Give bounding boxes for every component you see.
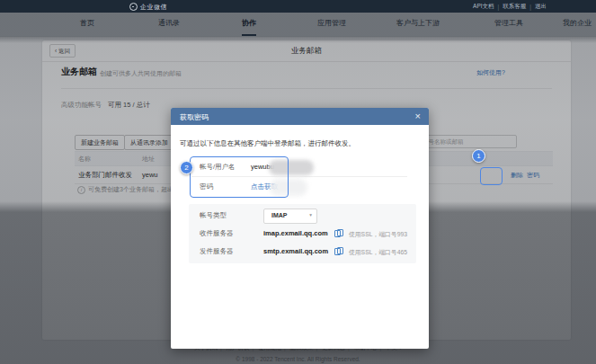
step-badge-2: 2 [180, 161, 193, 174]
highlight-box-credentials [190, 156, 289, 198]
search-input[interactable] [418, 135, 517, 148]
password-link[interactable]: 密码 [527, 171, 539, 180]
topbar-links: API文档 | 联系客服 | 退出 [473, 3, 547, 11]
info-icon: i [77, 186, 85, 194]
tip-text: 可免费创建3个业务邮箱，超出 [88, 185, 173, 194]
wework-logo-icon [129, 3, 138, 11]
mailbox-address-cell: yewu [142, 171, 158, 179]
panel-header: ‹ 返回 业务邮箱 [42, 40, 571, 62]
main-nav: 首页 通讯录 协作 应用管理 客户与上下游 管理工具 我的企业 [0, 13, 596, 37]
copy-icon[interactable] [334, 247, 342, 255]
quota-label: 高级功能帐号 [61, 101, 102, 110]
nav-item-customers[interactable]: 客户与上下游 [396, 13, 440, 34]
nav-item-home[interactable]: 首页 [80, 13, 94, 34]
column-header-name: 名称 [78, 155, 91, 164]
chevron-down-icon: ▾ [309, 212, 312, 218]
page-title: 业务邮箱 [42, 40, 571, 61]
screen: 企业微信 API文档 | 联系客服 | 退出 首页 通讯录 协作 应用管理 客户… [0, 0, 596, 364]
divider: | [498, 4, 500, 10]
how-to-use-link[interactable]: 如何使用? [476, 68, 505, 77]
close-icon[interactable]: × [415, 110, 421, 122]
quota-value: 可用 15 / 总计 [108, 101, 150, 110]
nav-item-company[interactable]: 我的企业 [563, 13, 592, 34]
nav-item-tools[interactable]: 管理工具 [494, 13, 523, 34]
divider: | [529, 4, 531, 10]
delete-link[interactable]: 删除 [511, 171, 523, 180]
brand-title: 企业微信 [140, 3, 167, 12]
incoming-ssl-note: 使用SSL，端口号993 [349, 230, 407, 239]
outgoing-ssl-note: 使用SSL，端口号465 [349, 248, 407, 257]
outgoing-server-label: 发件服务器 [200, 247, 234, 256]
column-header-address: 地址 [142, 155, 155, 164]
add-from-contacts-button[interactable]: 从通讯录添加 [124, 135, 174, 150]
topbar-link-logout[interactable]: 退出 [535, 3, 547, 11]
copyright: © 1998 - 2022 Tencent Inc. All Rights Re… [0, 356, 596, 362]
server-settings-box: 帐号类型 IMAP ▾ 收件服务器 imap.exmail.qq.com 使用S… [189, 204, 416, 263]
nav-item-contacts[interactable]: 通讯录 [158, 13, 180, 34]
nav-item-collaboration[interactable]: 协作 [242, 13, 256, 36]
outgoing-server-value: smtp.exmail.qq.com [263, 247, 328, 255]
step-badge-1: 1 [472, 149, 485, 163]
incoming-server-label: 收件服务器 [200, 229, 234, 238]
section-title: 业务邮箱 [61, 66, 97, 78]
topbar-link-api-docs[interactable]: API文档 [473, 3, 494, 11]
selected-type: IMAP [271, 212, 288, 218]
copy-icon[interactable] [334, 229, 342, 237]
mailbox-name-cell: 业务部门邮件收发 [78, 171, 132, 180]
account-type-label: 帐号类型 [200, 211, 227, 220]
free-quota-tip: i 可免费创建3个业务邮箱，超出 [77, 185, 173, 194]
divider [61, 88, 552, 89]
outgoing-server-row: 发件服务器 smtp.exmail.qq.com 使用SSL，端口号465 [189, 244, 416, 262]
dialog-description: 可通过以下信息在其他客户端中登录邮箱，进行邮件收发。 [180, 139, 355, 148]
incoming-server-row: 收件服务器 imap.exmail.qq.com 使用SSL，端口号993 [189, 226, 416, 244]
account-type-select[interactable]: IMAP ▾ [263, 209, 317, 224]
account-type-row: 帐号类型 IMAP ▾ [189, 204, 416, 226]
get-password-dialog: 获取密码 × 可通过以下信息在其他客户端中登录邮箱，进行邮件收发。 帐号/用户名… [171, 108, 429, 349]
dialog-title: 获取密码 [180, 112, 209, 122]
dialog-header: 获取密码 × [171, 108, 429, 125]
nav-item-apps[interactable]: 应用管理 [317, 13, 346, 34]
new-mailbox-button[interactable]: 新建业务邮箱 [75, 135, 125, 150]
highlight-box-password-button [480, 167, 503, 185]
incoming-server-value: imap.exmail.qq.com [263, 229, 328, 237]
topbar-link-support[interactable]: 联系客服 [503, 3, 526, 11]
section-subtitle: 创建可供多人共同使用的邮箱 [100, 69, 182, 78]
topbar: 企业微信 API文档 | 联系客服 | 退出 [0, 0, 596, 13]
